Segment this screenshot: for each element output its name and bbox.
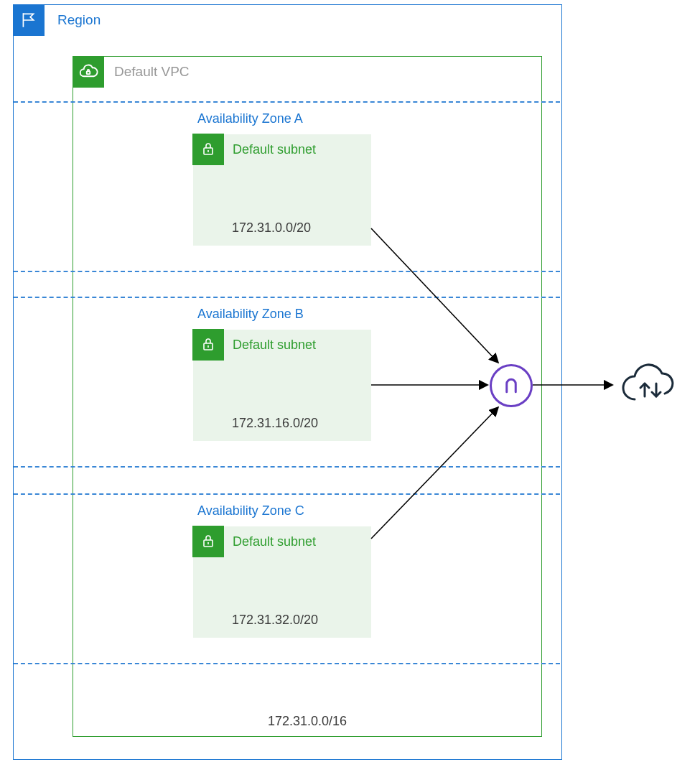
- svg-line-8: [371, 228, 498, 362]
- arrows: [0, 0, 700, 767]
- diagram-canvas: Region Default VPC 172.31.0.0/16 Availab…: [0, 0, 700, 767]
- svg-line-10: [371, 408, 498, 539]
